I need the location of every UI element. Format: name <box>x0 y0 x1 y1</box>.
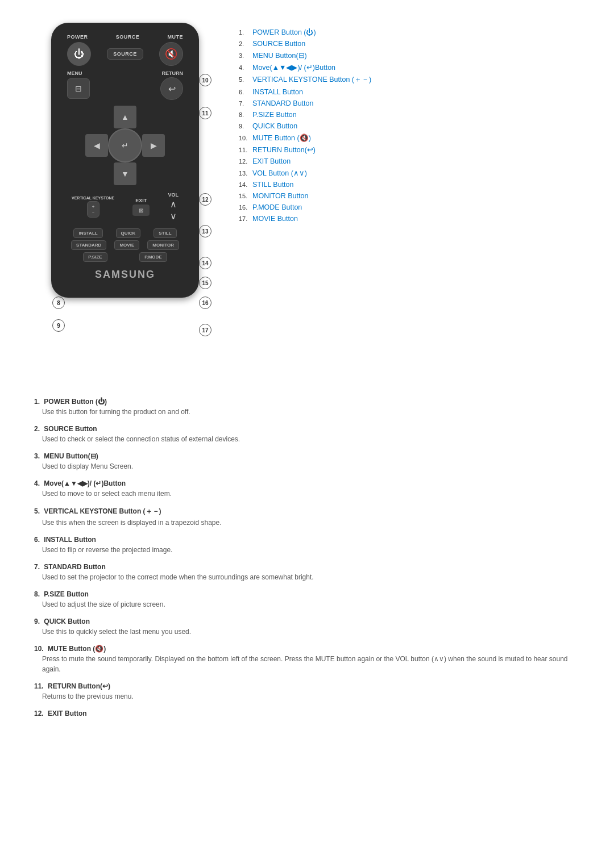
desc-item-7: 7. STANDARD Button Used to set the proje… <box>34 563 580 582</box>
list-num: 4. <box>239 64 250 71</box>
list-num: 16. <box>239 204 250 211</box>
desc-body-8: Used to adjust the size of picture scree… <box>42 599 580 610</box>
mute-button[interactable]: 🔇 <box>159 42 183 66</box>
desc-body-3: Used to display Menu Screen. <box>42 461 580 471</box>
badge-15: 15 <box>199 277 211 289</box>
desc-item-3: 3. MENU Button(⊟) Used to display Menu S… <box>34 452 580 471</box>
desc-title-3: 3. MENU Button(⊟) <box>34 452 580 460</box>
vertical-keystone-button[interactable]: ＋－ <box>87 201 99 218</box>
desc-title-8: 8. P.SIZE Button <box>34 590 580 598</box>
list-num: 6. <box>239 89 250 95</box>
list-item: 10.MUTE Button (🔇) <box>239 133 580 142</box>
page-container: 1 2 3 4 5 6 7 8 9 10 11 12 13 14 15 16 1… <box>0 0 614 748</box>
row2: ⊟ ↩ <box>63 77 188 100</box>
still-button[interactable]: STILL <box>154 228 176 238</box>
list-item: 5.VERTICAL KEYSTONE Button (＋－) <box>239 75 580 85</box>
return-button[interactable]: ↩ <box>160 77 183 100</box>
standard-movie-monitor-row: STANDARD MOVIE MONITOR <box>63 240 188 250</box>
list-num: 7. <box>239 100 250 107</box>
list-text: RETURN Button(↩) <box>252 145 316 154</box>
install-quick-still-row: INSTALL QUICK STILL <box>63 228 188 238</box>
row1: ⏻ SOURCE 🔇 <box>63 42 188 66</box>
list-item: 9.QUICK Button <box>239 122 580 130</box>
desc-item-5: 5. VERTICAL KEYSTONE Button (＋－) Use thi… <box>34 507 580 528</box>
psize-button[interactable]: P.SIZE <box>83 252 107 262</box>
desc-body-2: Used to check or select the connection s… <box>42 434 580 444</box>
list-item: 14.STILL Button <box>239 181 580 189</box>
quick-button[interactable]: QUICK <box>116 228 141 238</box>
desc-item-4: 4. Move(▲▼◀▶)/ (↵)Button Used to move to… <box>34 479 580 499</box>
dpad-left[interactable]: ◀ <box>85 134 108 157</box>
desc-title-2: 2. SOURCE Button <box>34 425 580 433</box>
list-text: MOVIE Button <box>252 215 298 223</box>
top-section: 1 2 3 4 5 6 7 8 9 10 11 12 13 14 15 16 1… <box>34 23 580 364</box>
exit-button[interactable]: ⊠ <box>132 205 150 216</box>
return-label: RETURN <box>162 70 184 76</box>
dpad-up[interactable]: ▲ <box>114 106 136 128</box>
vol-up-icon: ∧ <box>170 199 177 210</box>
desc-title-9: 9. QUICK Button <box>34 617 580 625</box>
list-text: VERTICAL KEYSTONE Button (＋－) <box>252 75 371 85</box>
list-num: 11. <box>239 147 250 153</box>
list-item: 13.VOL Button (∧∨) <box>239 169 580 177</box>
remote-outer: 1 2 3 4 5 6 7 8 9 10 11 12 13 14 15 16 1… <box>34 23 216 364</box>
list-num: 15. <box>239 193 250 199</box>
list-num: 10. <box>239 135 250 141</box>
psize-pmode-row: P.SIZE P.MODE <box>63 252 188 262</box>
list-text: STANDARD Button <box>252 99 313 107</box>
remote-body: POWER SOURCE MUTE ⏻ SOURCE 🔇 MENU RETURN <box>51 23 199 298</box>
desc-title-11: 11. RETURN Button(↩) <box>34 682 580 690</box>
badge-14: 14 <box>199 257 211 269</box>
list-item: 4.Move(▲▼◀▶)/ (↵)Button <box>239 63 580 72</box>
desc-title-7: 7. STANDARD Button <box>34 563 580 571</box>
movie-button[interactable]: MOVIE <box>114 240 139 250</box>
desc-item-2: 2. SOURCE Button Used to check or select… <box>34 425 580 444</box>
dpad-right[interactable]: ▶ <box>142 134 165 157</box>
standard-button[interactable]: STANDARD <box>71 240 106 250</box>
desc-title-12: 12. EXIT Button <box>34 710 580 717</box>
list-text: MENU Button(⊟) <box>252 51 307 60</box>
list-text: EXIT Button <box>252 157 291 165</box>
desc-title-10: 10. MUTE Button (🔇) <box>34 645 580 653</box>
vol-exit-row: VERTICAL KEYSTONE ＋－ EXIT ⊠ VOL ∧ ∨ <box>63 190 188 224</box>
monitor-button[interactable]: MONITOR <box>147 240 179 250</box>
desc-title-1: 1. POWER Button (⏻) <box>34 398 580 406</box>
list-item: 6.INSTALL Button <box>239 88 580 96</box>
badge-11: 11 <box>199 107 211 119</box>
list-text: QUICK Button <box>252 122 297 130</box>
desc-body-10: Press to mute the sound temporarily. Dis… <box>42 654 580 674</box>
list-num: 9. <box>239 123 250 130</box>
desc-title-6: 6. INSTALL Button <box>34 536 580 544</box>
source-button[interactable]: SOURCE <box>107 48 143 60</box>
dpad-down[interactable]: ▼ <box>114 162 136 185</box>
list-num: 2. <box>239 40 250 47</box>
desc-body-1: Use this button for turning the product … <box>42 407 580 417</box>
remote-top-labels: POWER SOURCE MUTE <box>63 34 188 40</box>
menu-button[interactable]: ⊟ <box>67 78 90 99</box>
list-text: MONITOR Button <box>252 192 308 200</box>
dpad-up-row: ▲ <box>80 106 171 128</box>
list-num: 12. <box>239 158 250 165</box>
desc-item-6: 6. INSTALL Button Used to flip or revers… <box>34 536 580 555</box>
badge-10: 10 <box>199 74 211 86</box>
dpad-down-row: ▼ <box>80 162 171 185</box>
list-text: MUTE Button (🔇) <box>252 133 311 142</box>
numbered-list: 1.POWER Button (⏻) 2.SOURCE Button 3.MEN… <box>239 28 580 223</box>
power-button[interactable]: ⏻ <box>67 42 91 66</box>
row2-labels: MENU RETURN <box>63 70 188 76</box>
desc-body-9: Use this to quickly select the last menu… <box>42 627 580 637</box>
list-item: 15.MONITOR Button <box>239 192 580 200</box>
dpad-area: ▲ ◀ ↵ ▶ ▼ <box>80 106 171 185</box>
dpad-center[interactable]: ↵ <box>108 128 142 162</box>
list-item: 12.EXIT Button <box>239 157 580 165</box>
exit-label: EXIT <box>135 198 147 203</box>
samsung-logo: SAMSUNG <box>63 269 188 281</box>
desc-title-4: 4. Move(▲▼◀▶)/ (↵)Button <box>34 479 580 487</box>
list-item: 17.MOVIE Button <box>239 215 580 223</box>
list-num: 1. <box>239 29 250 36</box>
pmode-button[interactable]: P.MODE <box>139 252 167 262</box>
list-text: POWER Button (⏻) <box>252 28 316 36</box>
install-button[interactable]: INSTALL <box>73 228 102 238</box>
list-text: P.SIZE Button <box>252 111 297 119</box>
dpad-middle-row: ◀ ↵ ▶ <box>80 128 171 162</box>
